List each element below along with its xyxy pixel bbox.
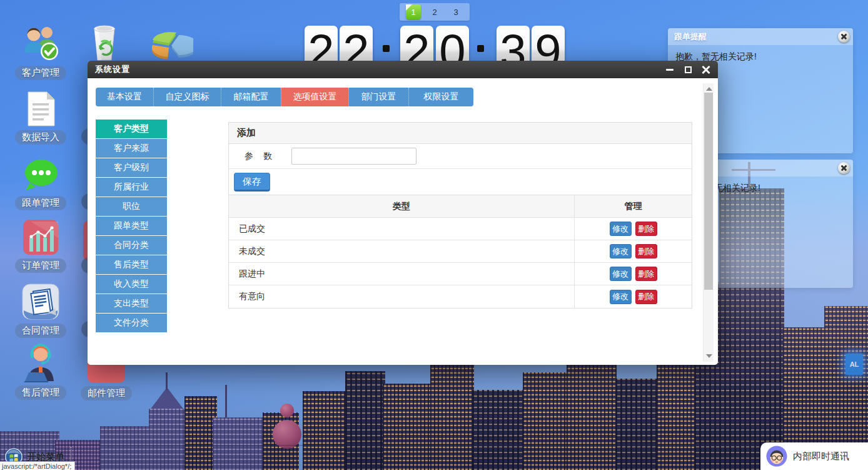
- table-row: 已成交 修改 删除: [229, 218, 692, 240]
- edit-button[interactable]: 修改: [610, 290, 632, 304]
- desktop-icon-follow-up[interactable]: 跟单管理: [0, 156, 81, 210]
- system-settings-window: 系统设置 基本设置 自定义图标 邮箱配置 选项值设置 部门设置 权限设置 客户类…: [88, 61, 718, 365]
- scrollbar-thumb[interactable]: [704, 93, 713, 290]
- desktop-icon-data-import[interactable]: 数据导入: [0, 91, 81, 145]
- scroll-down-icon[interactable]: [706, 354, 712, 358]
- param-input[interactable]: [291, 148, 416, 165]
- desktop-pager: 1 2 3: [400, 3, 470, 21]
- maximize-icon[interactable]: [684, 65, 692, 74]
- icon-label[interactable]: 售后管理: [15, 386, 66, 400]
- desktop-icon-customers[interactable]: 客户管理: [0, 24, 81, 80]
- contract-doc-icon: [21, 283, 60, 320]
- avatar-icon: [766, 446, 787, 467]
- menu-item-file-category[interactable]: 文件分类: [96, 314, 167, 332]
- table-row: 有意向 修改 删除: [229, 285, 692, 308]
- support-agent-icon: [20, 341, 61, 382]
- menu-item-expense-type[interactable]: 支出类型: [96, 294, 167, 313]
- chart-icon: [22, 219, 59, 255]
- option-category-menu: 客户类型 客户来源 客户级别 所属行业 职位 跟单类型 合同分类 售后类型 收入…: [96, 120, 167, 333]
- notification-title: 跟单提醒: [668, 28, 853, 45]
- tab-permission-settings[interactable]: 权限设置: [408, 88, 473, 106]
- add-section: 添加 参 数 保存: [228, 122, 692, 196]
- clock-separator-dot: [383, 45, 390, 52]
- customers-icon: [20, 24, 61, 63]
- edit-button[interactable]: 修改: [610, 222, 632, 236]
- col-header-type: 类型: [229, 195, 575, 217]
- menu-item-income-type[interactable]: 收入类型: [96, 275, 167, 294]
- table-row: 跟进中 修改 删除: [229, 263, 692, 285]
- instant-messenger-launcher[interactable]: 内部即时通讯: [760, 442, 868, 470]
- pager-page-2[interactable]: 2: [427, 4, 442, 19]
- status-bar-link-hint: javascript:/*artDialog*/;: [0, 461, 75, 470]
- delete-button[interactable]: 删除: [635, 222, 657, 236]
- row-type-value: 有意向: [229, 285, 575, 308]
- save-button[interactable]: 保存: [234, 173, 270, 192]
- settings-tabs: 基本设置 自定义图标 邮箱配置 选项值设置 部门设置 权限设置: [96, 88, 473, 106]
- row-type-value: 未成交: [229, 240, 575, 262]
- recycle-bin-icon: [84, 23, 124, 63]
- tab-basic-settings[interactable]: 基本设置: [96, 88, 153, 106]
- menu-item-after-sales-type[interactable]: 售后类型: [96, 255, 167, 274]
- menu-item-customer-type[interactable]: 客户类型: [96, 120, 167, 138]
- icon-label[interactable]: 数据导入: [15, 130, 66, 145]
- param-label: 参 数: [229, 151, 291, 162]
- edit-button[interactable]: 修改: [610, 267, 632, 281]
- window-title: 系统设置: [88, 64, 130, 75]
- clock-separator-dot: [477, 45, 484, 52]
- add-section-title: 添加: [229, 123, 692, 144]
- icon-label[interactable]: 合同管理: [15, 324, 66, 338]
- icon-label[interactable]: 邮件管理: [81, 386, 132, 401]
- table-header-row: 类型 管理: [229, 195, 692, 218]
- chat-bubble-icon: [21, 156, 60, 193]
- delete-button[interactable]: 删除: [635, 267, 657, 281]
- delete-button[interactable]: 删除: [635, 244, 657, 258]
- modal-scrollbar: [703, 83, 714, 362]
- edit-button[interactable]: 修改: [610, 244, 632, 258]
- tab-department-settings[interactable]: 部门设置: [348, 88, 408, 106]
- desktop: AL 1 2 3 2 2 2 0 3 9 客户管理: [0, 0, 868, 470]
- options-table: 类型 管理 已成交 修改 删除 未成交 修改 删除 跟进中 修: [228, 195, 692, 309]
- tab-custom-icons[interactable]: 自定义图标: [153, 88, 221, 106]
- menu-item-follow-up-type[interactable]: 跟单类型: [96, 217, 167, 235]
- desktop-icon-orders[interactable]: 订单管理: [0, 219, 81, 273]
- col-header-manage: 管理: [575, 195, 692, 217]
- close-icon[interactable]: [838, 31, 850, 43]
- icon-label[interactable]: 订单管理: [15, 258, 66, 273]
- table-row: 未成交 修改 删除: [229, 240, 692, 263]
- scroll-up-icon[interactable]: [706, 87, 712, 91]
- document-icon: [23, 91, 58, 127]
- pager-page-1[interactable]: 1: [406, 4, 421, 19]
- desktop-icon-contracts[interactable]: 合同管理: [0, 283, 81, 338]
- menu-item-contract-category[interactable]: 合同分类: [96, 236, 167, 255]
- icon-label[interactable]: 跟单管理: [15, 196, 66, 210]
- delete-button[interactable]: 删除: [635, 290, 657, 304]
- taskbar-top-line: [0, 445, 868, 446]
- tab-mail-config[interactable]: 邮箱配置: [221, 88, 281, 106]
- row-type-value: 已成交: [229, 218, 575, 240]
- minimize-icon[interactable]: [665, 65, 674, 74]
- menu-item-customer-level[interactable]: 客户级别: [96, 158, 167, 177]
- menu-item-industry[interactable]: 所属行业: [96, 178, 167, 197]
- desktop-icon-recycle-bin[interactable]: [83, 23, 126, 63]
- menu-item-customer-source[interactable]: 客户来源: [96, 139, 167, 158]
- icon-label[interactable]: 客户管理: [15, 66, 66, 80]
- close-icon[interactable]: [702, 65, 710, 74]
- close-icon[interactable]: [838, 162, 850, 174]
- pager-page-3[interactable]: 3: [448, 4, 463, 19]
- window-titlebar[interactable]: 系统设置: [88, 61, 718, 78]
- menu-item-position[interactable]: 职位: [96, 197, 167, 216]
- tab-option-values[interactable]: 选项值设置: [281, 88, 348, 106]
- messenger-label: 内部即时通讯: [793, 451, 849, 462]
- row-type-value: 跟进中: [229, 263, 575, 285]
